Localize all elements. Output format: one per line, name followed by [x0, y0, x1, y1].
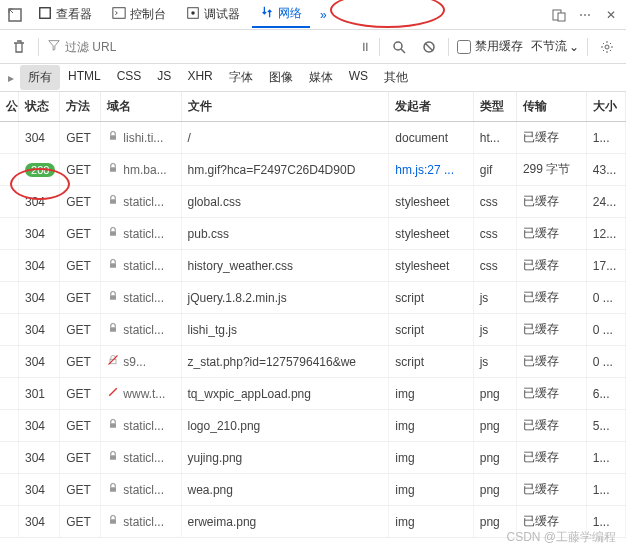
- table-row[interactable]: 304 GET staticl... jQuery.1.8.2.min.js s…: [0, 282, 626, 314]
- tab-label: 调试器: [204, 6, 240, 23]
- cell-method: GET: [60, 186, 101, 218]
- table-row[interactable]: 304 GET staticl... lishi_tg.js script js…: [0, 314, 626, 346]
- filter-type-tabs: ▸ 所有HTMLCSSJSXHR字体图像媒体WS其他: [0, 64, 626, 92]
- box-icon: [38, 6, 52, 23]
- cell-size: 6...: [586, 378, 625, 410]
- cell-status: 304: [19, 474, 60, 506]
- filter-tab-JS[interactable]: JS: [149, 65, 179, 90]
- lock-icon: [107, 450, 119, 465]
- table-row[interactable]: 304 GET lishi.ti... / document ht... 已缓存…: [0, 122, 626, 154]
- cell-type: css: [473, 186, 516, 218]
- cell-type: js: [473, 314, 516, 346]
- cell-domain: staticl...: [101, 410, 181, 442]
- tab-debugger[interactable]: 调试器: [178, 2, 248, 27]
- disable-cache-checkbox[interactable]: [457, 40, 471, 54]
- col-type[interactable]: 类型: [473, 92, 516, 122]
- cell-type: png: [473, 442, 516, 474]
- col-transfer[interactable]: 传输: [516, 92, 586, 122]
- cell-method: GET: [60, 218, 101, 250]
- cell-initiator: script: [389, 282, 473, 314]
- cell-domain: www.t...: [101, 378, 181, 410]
- cell-status: 304: [19, 218, 60, 250]
- cell-status: 304: [19, 442, 60, 474]
- lock-icon: [107, 162, 119, 177]
- tab-inspector[interactable]: 查看器: [30, 2, 100, 27]
- table-row[interactable]: 304 GET staticl... global.css stylesheet…: [0, 186, 626, 218]
- svg-line-19: [110, 388, 118, 396]
- filter-tab-媒体[interactable]: 媒体: [301, 65, 341, 90]
- svg-rect-12: [110, 199, 116, 204]
- filter-tab-XHR[interactable]: XHR: [179, 65, 220, 90]
- svg-rect-15: [110, 295, 116, 300]
- cell-type: gif: [473, 154, 516, 186]
- cell-domain: staticl...: [101, 474, 181, 506]
- cell-size: 0 ...: [586, 314, 625, 346]
- filter-tab-所有[interactable]: 所有: [20, 65, 60, 90]
- table-row[interactable]: 304 GET staticl... wea.png img png 已缓存 1…: [0, 474, 626, 506]
- col-method[interactable]: 方法: [60, 92, 101, 122]
- cell-initiator: script: [389, 346, 473, 378]
- watermark: CSDN @工藤学编程: [506, 529, 616, 546]
- filter-input[interactable]: [65, 40, 205, 54]
- search-icon[interactable]: [388, 36, 410, 58]
- table-row[interactable]: 304 GET staticl... yujing.png img png 已缓…: [0, 442, 626, 474]
- filter-tab-CSS[interactable]: CSS: [109, 65, 150, 90]
- table-row[interactable]: 304 GET staticl... pub.css stylesheet cs…: [0, 218, 626, 250]
- table-row[interactable]: 304 GET staticl... history_weather.css s…: [0, 250, 626, 282]
- filter-tab-其他[interactable]: 其他: [376, 65, 416, 90]
- cell-transfer: 299 字节: [516, 154, 586, 186]
- cell-size: 0 ...: [586, 346, 625, 378]
- divider: [448, 38, 449, 56]
- tab-console[interactable]: 控制台: [104, 2, 174, 27]
- tab-network[interactable]: 网络: [252, 1, 310, 28]
- cell-file: z_stat.php?id=1275796416&we: [181, 346, 389, 378]
- chevron-down-icon: ⌄: [569, 40, 579, 54]
- lock-icon: [107, 322, 119, 337]
- table-row[interactable]: 304 GET staticl... logo_210.png img png …: [0, 410, 626, 442]
- col-initiator[interactable]: 发起者: [389, 92, 473, 122]
- filter-tab-HTML[interactable]: HTML: [60, 65, 109, 90]
- table-row[interactable]: 200 GET hm.ba... hm.gif?hca=F2497C26D4D9…: [0, 154, 626, 186]
- overflow-tabs[interactable]: »: [314, 8, 333, 22]
- filter-tab-WS[interactable]: WS: [341, 65, 376, 90]
- menu-icon[interactable]: ⋯: [574, 4, 596, 26]
- lock-icon: [107, 354, 119, 369]
- cell-size: 5...: [586, 410, 625, 442]
- table-row[interactable]: 301 GET www.t... tq_wxpic_appLoad.png im…: [0, 378, 626, 410]
- disable-cache-wrap[interactable]: 禁用缓存: [457, 38, 523, 55]
- cell-file: tq_wxpic_appLoad.png: [181, 378, 389, 410]
- table-row[interactable]: 304 GET s9... z_stat.php?id=1275796416&w…: [0, 346, 626, 378]
- throttle-label: 不节流: [531, 38, 567, 55]
- cell-transfer: 已缓存: [516, 442, 586, 474]
- settings-icon[interactable]: [596, 36, 618, 58]
- cell-status: 304: [19, 186, 60, 218]
- trash-icon[interactable]: [8, 36, 30, 58]
- expand-icon[interactable]: ▸: [4, 71, 18, 85]
- network-toolbar: ⏸ 禁用缓存 不节流 ⌄: [0, 30, 626, 64]
- funnel-icon: [47, 38, 61, 55]
- col-file[interactable]: 文件: [181, 92, 389, 122]
- cell-file: hm.gif?hca=F2497C26D4D90D: [181, 154, 389, 186]
- dock-icon[interactable]: [4, 4, 26, 26]
- svg-rect-16: [110, 327, 116, 332]
- cell-type: js: [473, 346, 516, 378]
- responsive-icon[interactable]: [548, 4, 570, 26]
- col-status[interactable]: 状态: [19, 92, 60, 122]
- cell-domain: staticl...: [101, 314, 181, 346]
- svg-rect-20: [110, 423, 116, 428]
- col-pub[interactable]: 公: [0, 92, 19, 122]
- cell-domain: s9...: [101, 346, 181, 378]
- throttle-select[interactable]: 不节流 ⌄: [531, 38, 579, 55]
- filter-tab-图像[interactable]: 图像: [261, 65, 301, 90]
- col-size[interactable]: 大小: [586, 92, 625, 122]
- filter-tab-字体[interactable]: 字体: [221, 65, 261, 90]
- close-icon[interactable]: ✕: [600, 4, 622, 26]
- svg-rect-2: [113, 8, 125, 19]
- cell-type: js: [473, 282, 516, 314]
- cell-size: 1...: [586, 122, 625, 154]
- divider: [38, 38, 39, 56]
- lock-icon: [107, 194, 119, 209]
- pause-icon[interactable]: ⏸: [359, 40, 371, 54]
- col-domain[interactable]: 域名: [101, 92, 181, 122]
- block-icon[interactable]: [418, 36, 440, 58]
